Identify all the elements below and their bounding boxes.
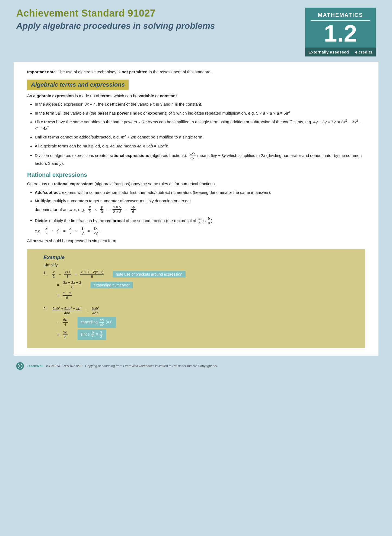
step-1a: x2 − x+13 = x × 3 − 2(x+1)6 note use of … xyxy=(52,270,186,279)
footer-isbn: ISBN 978-1-991107-05-3 xyxy=(46,364,82,368)
step-1b: = 3x − 2x − 26 expanding numerator xyxy=(52,280,186,289)
svg-text:L: L xyxy=(19,365,21,368)
example-1-row: 1. x2 − x+13 = x × 3 − 2(x+1)6 note use … xyxy=(43,270,357,300)
note-expanding: expanding numerator xyxy=(91,282,133,288)
example-2-num: 2. xyxy=(43,306,52,311)
rational-header: Rational expressions xyxy=(27,171,365,178)
subject-box: MATHEMATICS 1.2 Externally assessed 4 cr… xyxy=(305,8,376,56)
important-note-para: Important note: The use of electronic te… xyxy=(27,70,365,74)
note-brackets: note use of brackets around expression xyxy=(113,271,186,278)
achievement-standard-title: Achievement Standard 91027 xyxy=(16,8,297,19)
alg-terms-header: Algebraic terms and expressions xyxy=(27,80,129,90)
note-since: since 64 = 32 xyxy=(78,329,107,340)
learnwell-logo: L xyxy=(16,362,24,370)
footer-brand: LearnWell xyxy=(27,364,43,368)
important-note-rest: in the assessment of this standard. xyxy=(148,70,212,74)
standard-number: 1.2 xyxy=(324,21,357,45)
example-box: Example Simplify: 1. x2 − x+13 = x × 3 −… xyxy=(27,249,365,348)
header: Achievement Standard 91027 Apply algebra… xyxy=(0,0,392,62)
rational-title: Rational expressions xyxy=(27,171,87,178)
rational-intro: Operations on rational expressions (alge… xyxy=(27,181,365,187)
achievement-standard-subtitle: Apply algebraic procedures in solving pr… xyxy=(16,20,297,32)
bullet-unlike-terms: Unlike terms cannot be added/subtracted,… xyxy=(35,134,365,140)
step-2c: = 3b 2 since 64 = 32 xyxy=(52,329,116,340)
alg-intro: An algebraic expression is made up of te… xyxy=(27,93,365,99)
main-content: Important note: The use of electronic te… xyxy=(14,62,378,356)
footer-text: Copying or scanning from LearnWell workb… xyxy=(85,364,218,368)
example-title: Example xyxy=(43,254,357,260)
assessment-info: Externally assessed 4 credits xyxy=(305,48,376,56)
important-note-text: : The use of electronic technology is xyxy=(56,70,122,74)
example-simplify: Simplify: xyxy=(43,263,357,267)
bullet-multiply: All algebraic terms can be multiplied, e… xyxy=(35,143,365,149)
example-1-num: 1. xyxy=(43,270,52,275)
simplest-form: All answers should be expressed in simpl… xyxy=(27,238,365,244)
step-2b: = 6b 4 cancelling abab (=1) xyxy=(52,317,116,328)
bullet-add-subtract: Add/subtract: express with a common deno… xyxy=(35,189,365,196)
bullet-division: Division of algebraic expressions create… xyxy=(35,151,365,167)
bullet-like-terms: Like terms have the same variables to th… xyxy=(35,118,365,132)
important-note-label: Important note xyxy=(27,70,56,74)
note-cancelling: cancelling abab (=1) xyxy=(78,317,116,328)
bullet-power: In the term 5a3, the variable a (the bas… xyxy=(35,110,365,116)
footer: L LearnWell ISBN 978-1-991107-05-3 Copyi… xyxy=(0,358,392,374)
example-2-row: 2. 2ab2 + 5ab2 − ab2 4ab = 6ab2 4ab xyxy=(43,306,357,340)
header-left: Achievement Standard 91027 Apply algebra… xyxy=(16,8,297,56)
credits: 4 credits xyxy=(355,50,372,54)
alg-bullets: In the algebraic expression 3x + 4, the … xyxy=(35,101,365,166)
step-2a: 2ab2 + 5ab2 − ab2 4ab = 6ab2 4ab xyxy=(52,306,116,316)
alg-terms-title: Algebraic terms and expressions xyxy=(31,81,125,88)
step-1c: = x − 26 xyxy=(52,291,186,300)
rational-bullets: Add/subtract: express with a common deno… xyxy=(35,189,365,236)
externally-assessed: Externally assessed xyxy=(308,50,349,54)
bullet-divide-rational: Divide: multiply the first fraction by t… xyxy=(35,216,365,236)
bullet-multiply-rational: Multiply: multiply numerators to get num… xyxy=(35,198,365,214)
not-permitted: not permitted xyxy=(122,70,148,74)
page: Achievement Standard 91027 Apply algebra… xyxy=(0,0,392,536)
bullet-coefficient: In the algebraic expression 3x + 4, the … xyxy=(35,101,365,107)
